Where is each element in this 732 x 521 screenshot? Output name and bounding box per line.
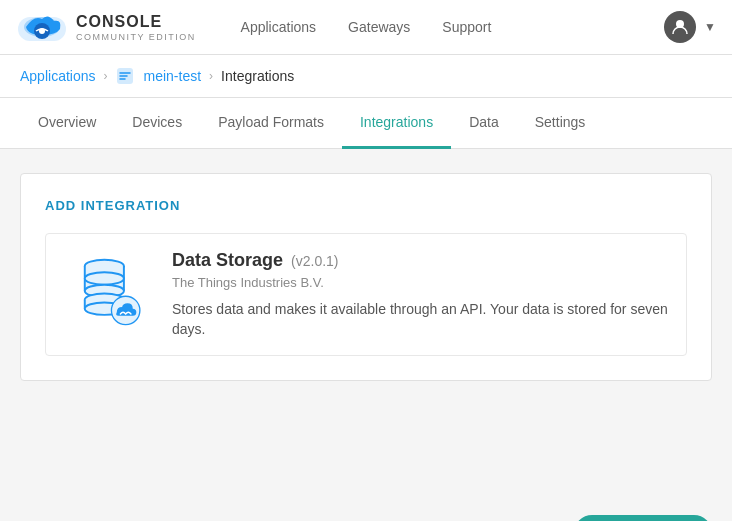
card-title: ADD INTEGRATION: [45, 198, 687, 213]
main-content: ADD INTEGRATION: [0, 149, 732, 499]
svg-point-3: [39, 28, 45, 34]
nav-item-support[interactable]: Support: [442, 19, 491, 35]
integration-info: Data Storage (v2.0.1) The Things Industr…: [172, 250, 670, 339]
logo-text: CONSOLE COMMUNITY EDITION: [76, 12, 196, 41]
breadcrumb-sep-1: ›: [104, 69, 108, 83]
integration-version: (v2.0.1): [291, 253, 338, 269]
header-right: ▼: [664, 11, 716, 43]
breadcrumb-app-name[interactable]: mein-test: [144, 68, 202, 84]
svg-point-10: [85, 272, 124, 284]
breadcrumb-current: Integrations: [221, 68, 294, 84]
footer: Cancel Add integration: [0, 499, 732, 521]
tab-settings[interactable]: Settings: [517, 98, 604, 149]
integration-name-row: Data Storage (v2.0.1): [172, 250, 670, 271]
tab-integrations[interactable]: Integrations: [342, 98, 451, 149]
user-avatar[interactable]: [664, 11, 696, 43]
logo-area: CONSOLE COMMUNITY EDITION: [16, 7, 196, 47]
tabs-container: Overview Devices Payload Formats Integra…: [0, 98, 732, 149]
nav-item-applications[interactable]: Applications: [241, 19, 317, 35]
breadcrumb-app-icon: [116, 67, 134, 85]
logo-icon: [16, 7, 68, 47]
breadcrumb-sep-2: ›: [209, 69, 213, 83]
breadcrumb: Applications › mein-test › Integrations: [0, 55, 732, 98]
integration-name: Data Storage: [172, 250, 283, 271]
breadcrumb-applications[interactable]: Applications: [20, 68, 96, 84]
tab-overview[interactable]: Overview: [20, 98, 114, 149]
main-nav: Applications Gateways Support: [241, 19, 492, 35]
integration-vendor: The Things Industries B.V.: [172, 275, 670, 290]
logo-title: CONSOLE: [76, 12, 196, 31]
integration-description: Stores data and makes it available throu…: [172, 300, 670, 339]
data-storage-icon: [67, 250, 147, 330]
cancel-button[interactable]: Cancel: [486, 515, 562, 521]
nav-item-gateways[interactable]: Gateways: [348, 19, 410, 35]
integration-icon: [62, 250, 152, 330]
logo-subtitle: COMMUNITY EDITION: [76, 32, 196, 42]
header: CONSOLE COMMUNITY EDITION Applications G…: [0, 0, 732, 55]
tab-data[interactable]: Data: [451, 98, 517, 149]
tab-payload-formats[interactable]: Payload Formats: [200, 98, 342, 149]
add-integration-card: ADD INTEGRATION: [20, 173, 712, 381]
chevron-down-icon[interactable]: ▼: [704, 20, 716, 34]
tab-devices[interactable]: Devices: [114, 98, 200, 149]
add-integration-button[interactable]: Add integration: [574, 515, 712, 521]
integration-item-data-storage[interactable]: Data Storage (v2.0.1) The Things Industr…: [45, 233, 687, 356]
